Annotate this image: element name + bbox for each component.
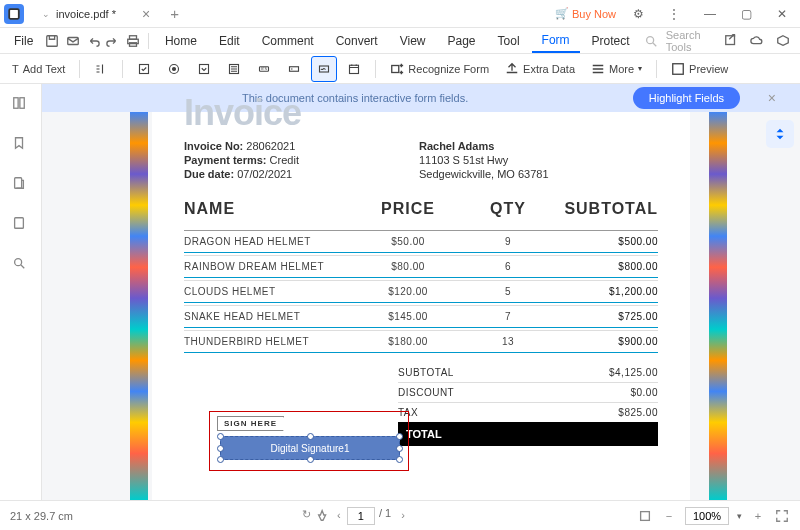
fit-page-icon[interactable] <box>637 508 653 524</box>
add-tab-button[interactable]: + <box>170 5 179 22</box>
recognize-form-button[interactable]: Recognize Form <box>384 59 495 79</box>
kebab-menu-icon[interactable]: ⋮ <box>660 2 688 26</box>
app-logo <box>4 4 24 24</box>
col-price: PRICE <box>358 200 458 218</box>
main-area: This document contains interactive form … <box>0 84 800 500</box>
preview-checkbox[interactable]: Preview <box>665 59 734 79</box>
save-icon[interactable] <box>43 30 61 52</box>
menu-view[interactable]: View <box>390 30 436 52</box>
resize-handle[interactable] <box>217 445 224 452</box>
rotate-icon[interactable]: ↻ <box>299 507 315 523</box>
chevron-down-icon: ▾ <box>638 64 642 73</box>
help-icon[interactable] <box>772 30 794 52</box>
menu-page[interactable]: Page <box>438 30 486 52</box>
resize-handle[interactable] <box>307 456 314 463</box>
mail-icon[interactable] <box>64 30 82 52</box>
totals-block: SUBTOTAL$4,125.00 DISCOUNT$0.00 TAX$825.… <box>398 363 658 446</box>
document-tab[interactable]: ⌄ invoice.pdf * × <box>32 2 160 26</box>
chevron-down-icon[interactable]: ▾ <box>737 511 742 521</box>
menu-tool[interactable]: Tool <box>488 30 530 52</box>
total-pages: / 1 <box>379 507 391 525</box>
table-row: SNAKE HEAD HELMET$145.007$725.00 <box>184 305 658 327</box>
invoice-table: NAME PRICE QTY SUBTOTAL DRAGON HEAD HELM… <box>184 200 658 353</box>
zoom-out-icon[interactable]: − <box>661 508 677 524</box>
resize-handle[interactable] <box>307 433 314 440</box>
maximize-button[interactable]: ▢ <box>732 2 760 26</box>
svg-rect-19 <box>673 63 684 74</box>
zoom-input[interactable] <box>685 507 729 525</box>
svg-rect-25 <box>641 511 650 520</box>
prev-page-icon[interactable]: ‹ <box>331 507 347 523</box>
buy-now-button[interactable]: 🛒Buy Now <box>555 7 616 20</box>
menu-comment[interactable]: Comment <box>252 30 324 52</box>
svg-point-10 <box>173 67 176 70</box>
add-text-button[interactable]: TAdd Text <box>6 60 71 78</box>
checkbox-field-button[interactable] <box>131 56 157 82</box>
svg-rect-17 <box>350 65 359 73</box>
close-infobar-button[interactable]: × <box>768 90 776 106</box>
invoice-meta: Invoice No: 28062021 Payment terms: Cred… <box>184 140 299 182</box>
cloud-icon[interactable] <box>746 30 768 52</box>
next-page-icon[interactable]: › <box>395 507 411 523</box>
form-toolbar: TAdd Text BTN Recognize Form Extra Data … <box>0 54 800 84</box>
minimize-button[interactable]: — <box>696 2 724 26</box>
page-border-right <box>709 112 727 500</box>
svg-rect-7 <box>726 35 735 44</box>
signature-field-button[interactable] <box>311 56 337 82</box>
form-align-button[interactable] <box>88 56 114 82</box>
text-field-button[interactable] <box>281 56 307 82</box>
menu-edit[interactable]: Edit <box>209 30 250 52</box>
undo-icon[interactable] <box>84 30 102 52</box>
cart-icon: 🛒 <box>555 7 569 20</box>
extra-data-button[interactable]: Extra Data <box>499 59 581 79</box>
print-icon[interactable] <box>124 30 142 52</box>
col-name: NAME <box>184 200 358 218</box>
resize-handle[interactable] <box>396 445 403 452</box>
search-icon[interactable] <box>642 30 660 52</box>
svg-rect-23 <box>14 218 23 229</box>
fullscreen-icon[interactable] <box>774 508 790 524</box>
menu-convert[interactable]: Convert <box>326 30 388 52</box>
resize-handle[interactable] <box>396 456 403 463</box>
page-number-input[interactable] <box>347 507 375 525</box>
sign-here-label: SIGN HERE <box>217 416 284 431</box>
customer-address: Rachel Adams 11103 S 51st Hwy Sedgewickv… <box>419 140 549 182</box>
radio-field-button[interactable] <box>161 56 187 82</box>
settings-icon[interactable]: ⚙ <box>624 2 652 26</box>
date-field-button[interactable] <box>341 56 367 82</box>
attachments-icon[interactable] <box>12 176 30 194</box>
button-field-button[interactable]: BTN <box>251 56 277 82</box>
svg-point-24 <box>14 259 21 266</box>
bookmarks-icon[interactable] <box>12 136 30 154</box>
resize-handle[interactable] <box>396 433 403 440</box>
document-page[interactable]: Invoice Invoice No: 28062021 Payment ter… <box>152 112 690 500</box>
fields-panel-icon[interactable] <box>12 216 30 234</box>
search-panel-icon[interactable] <box>12 256 30 274</box>
table-row: RAINBOW DREAM HELMET$80.006$800.00 <box>184 255 658 277</box>
listbox-field-button[interactable] <box>221 56 247 82</box>
more-button[interactable]: More▾ <box>585 59 648 79</box>
svg-rect-22 <box>14 178 21 189</box>
search-tools-placeholder[interactable]: Search Tools <box>666 29 718 53</box>
share-icon[interactable] <box>720 30 742 52</box>
page-border-left <box>130 112 148 500</box>
resize-handle[interactable] <box>217 433 224 440</box>
zoom-in-icon[interactable]: + <box>750 508 766 524</box>
resize-handle[interactable] <box>217 456 224 463</box>
menu-home[interactable]: Home <box>155 30 207 52</box>
thumbnails-icon[interactable] <box>12 96 30 114</box>
close-tab-button[interactable]: × <box>142 6 150 22</box>
svg-point-6 <box>646 36 653 43</box>
digital-signature-field[interactable]: Digital Signature1 <box>220 436 400 460</box>
close-window-button[interactable]: ✕ <box>768 2 796 26</box>
file-menu[interactable]: File <box>6 30 41 52</box>
left-rail <box>0 84 42 500</box>
svg-rect-20 <box>13 98 17 109</box>
col-qty: QTY <box>458 200 558 218</box>
menu-protect[interactable]: Protect <box>582 30 640 52</box>
svg-rect-5 <box>130 42 137 46</box>
hand-tool-icon[interactable] <box>315 507 331 523</box>
menu-form[interactable]: Form <box>532 29 580 53</box>
dropdown-field-button[interactable] <box>191 56 217 82</box>
redo-icon[interactable] <box>104 30 122 52</box>
